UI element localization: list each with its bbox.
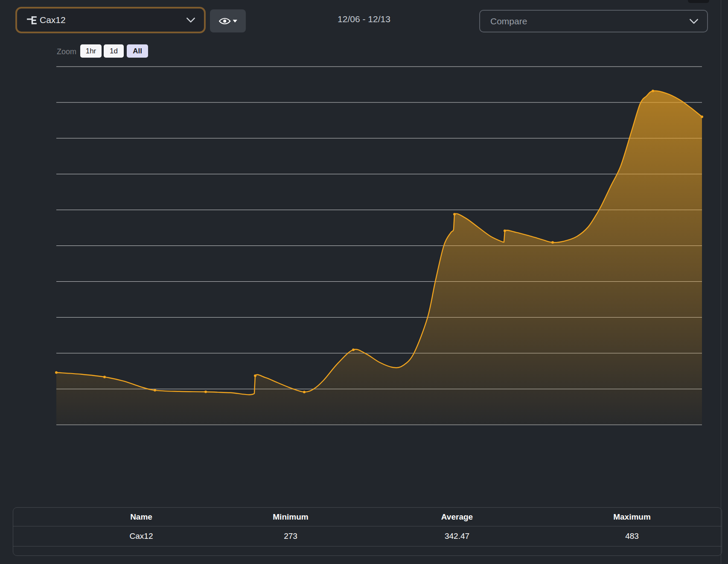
- series-icon-cell: [13, 529, 73, 544]
- minimum-column-header: Minimum: [210, 512, 372, 522]
- maximum-column-header: Maximum: [542, 512, 722, 522]
- series-marker: [352, 348, 355, 351]
- series-marker: [303, 391, 306, 393]
- series-marker: [204, 391, 207, 393]
- average-column-header: Average: [372, 512, 542, 522]
- series-marker: [551, 241, 554, 244]
- series-average-cell: 342.47: [372, 532, 542, 541]
- page-scrollbar-edge: [721, 0, 721, 564]
- summary-table-header: Name Minimum Average Maximum: [13, 508, 722, 526]
- series-area[interactable]: [56, 91, 702, 425]
- series-summary-row[interactable]: Cax12 273 342.47 483: [13, 526, 722, 546]
- summary-table: Name Minimum Average Maximum: [13, 507, 722, 556]
- series-marker: [55, 371, 58, 374]
- name-column-header: Name: [73, 512, 210, 522]
- series-minimum-cell: 273: [210, 532, 372, 541]
- series-marker: [103, 376, 106, 378]
- series-name-cell: Cax12: [73, 532, 210, 541]
- series-marker: [701, 115, 703, 118]
- series-marker: [652, 90, 654, 92]
- series-marker: [154, 389, 156, 392]
- series-e-icon: [35, 529, 51, 542]
- series-maximum-cell: 483: [542, 532, 722, 541]
- series-marker: [453, 213, 456, 216]
- series-marker: [254, 374, 256, 377]
- series-marker: [504, 230, 506, 232]
- price-chart[interactable]: [0, 0, 728, 504]
- chart-app: Cax12 12/06 - 12/13 Compare Zoom 1hr 1d …: [0, 0, 728, 564]
